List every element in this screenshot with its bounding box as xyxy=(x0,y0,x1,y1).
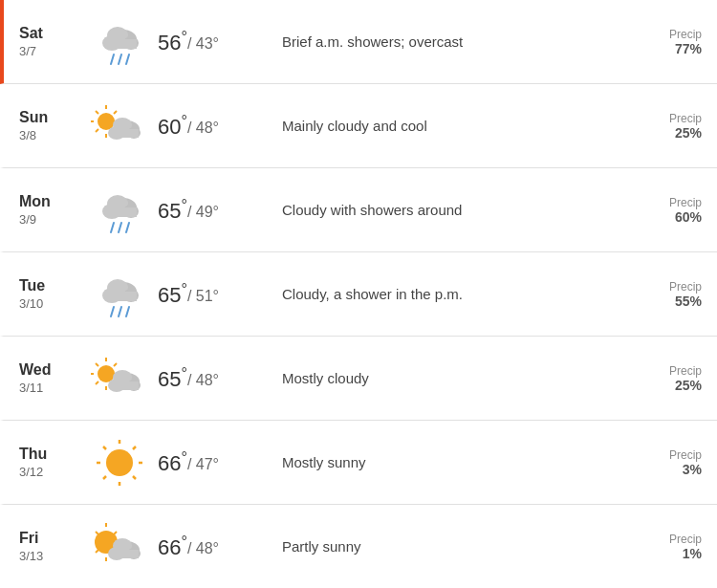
weather-row[interactable]: Sat 3/7 56°/ 43° Brief a.m. showers; ove… xyxy=(0,0,717,84)
svg-line-37 xyxy=(126,307,129,316)
weather-icon-col xyxy=(81,271,158,318)
weather-description: Mainly cloudy and cool xyxy=(272,118,625,134)
temp-high: 65° xyxy=(158,283,187,307)
svg-rect-34 xyxy=(108,292,137,301)
svg-line-6 xyxy=(119,54,121,64)
svg-line-16 xyxy=(96,129,98,132)
weather-icon xyxy=(91,186,148,234)
day-column: Sun 3/8 xyxy=(19,109,81,142)
weather-row[interactable]: Thu 3/12 66°/ 47° Mostly sunny Precip xyxy=(0,421,717,505)
day-column: Sat 3/7 xyxy=(19,25,81,58)
svg-line-60 xyxy=(103,476,106,479)
svg-line-7 xyxy=(126,54,129,64)
weather-icon-col xyxy=(81,102,158,150)
temperature-col: 60°/ 48° xyxy=(158,112,272,139)
weather-row[interactable]: Sun 3/8 60°/ 48° xyxy=(0,84,717,168)
weather-icon xyxy=(91,102,148,150)
precip-value: 77% xyxy=(625,41,702,56)
weather-description: Cloudy, a shower in the p.m. xyxy=(272,286,625,302)
svg-line-28 xyxy=(119,223,121,232)
precip-label: Precip xyxy=(625,533,702,546)
weather-icon-col xyxy=(81,355,158,403)
weather-description: Brief a.m. showers; overcast xyxy=(272,33,625,50)
temp-low: / 48° xyxy=(187,120,219,137)
temp-low: / 43° xyxy=(187,36,219,53)
temperature-col: 65°/ 51° xyxy=(158,280,272,307)
weather-icon xyxy=(91,18,148,66)
day-name: Tue xyxy=(19,277,81,294)
day-date: 3/11 xyxy=(19,381,81,395)
weather-icon xyxy=(91,355,148,403)
svg-line-69 xyxy=(96,550,98,553)
weather-row[interactable]: Wed 3/11 65°/ 48° xyxy=(0,337,717,421)
svg-line-68 xyxy=(114,532,117,534)
weather-row[interactable]: Fri 3/13 66°/ 48° xyxy=(0,505,717,588)
weather-icon xyxy=(91,523,148,571)
temp-low: / 48° xyxy=(187,373,219,389)
temp-low: / 48° xyxy=(187,541,219,557)
weather-description: Partly sunny xyxy=(272,538,625,555)
temp-high: 65° xyxy=(158,199,187,223)
svg-rect-26 xyxy=(108,207,137,217)
temp-high: 66° xyxy=(158,535,187,559)
svg-line-29 xyxy=(126,223,129,232)
svg-line-5 xyxy=(111,54,114,64)
svg-point-52 xyxy=(106,449,133,476)
day-column: Wed 3/11 xyxy=(19,361,81,395)
precip-value: 3% xyxy=(625,462,702,477)
temp-high: 56° xyxy=(158,31,187,54)
svg-line-66 xyxy=(96,532,98,534)
day-date: 3/12 xyxy=(19,465,81,479)
day-name: Fri xyxy=(19,530,81,547)
precip-value: 55% xyxy=(625,294,702,309)
day-date: 3/10 xyxy=(19,296,81,311)
precip-label: Precip xyxy=(625,112,702,125)
day-name: Mon xyxy=(19,193,81,210)
svg-line-13 xyxy=(96,111,98,114)
temp-high: 65° xyxy=(158,367,187,391)
precip-value: 60% xyxy=(625,209,702,225)
weather-row[interactable]: Tue 3/10 65°/ 51° Cloudy, a shower in th… xyxy=(0,252,717,337)
day-column: Fri 3/13 xyxy=(19,530,81,563)
svg-line-46 xyxy=(96,381,98,384)
weather-description: Mostly cloudy xyxy=(272,370,625,386)
precip-value: 25% xyxy=(625,378,702,393)
weather-icon-col xyxy=(81,523,158,571)
weather-icon-col xyxy=(81,186,158,234)
precipitation-col: Precip 3% xyxy=(625,448,702,477)
precip-label: Precip xyxy=(625,280,702,294)
temp-low: / 47° xyxy=(187,457,219,473)
precip-label: Precip xyxy=(625,196,702,209)
day-name: Thu xyxy=(19,446,81,463)
precipitation-col: Precip 60% xyxy=(625,196,702,225)
weather-icon xyxy=(91,271,148,318)
temp-low: / 51° xyxy=(187,289,219,305)
temperature-col: 65°/ 48° xyxy=(158,364,272,391)
precipitation-col: Precip 1% xyxy=(625,533,702,561)
precip-label: Precip xyxy=(625,28,702,41)
day-column: Mon 3/9 xyxy=(19,193,81,227)
day-column: Thu 3/12 xyxy=(19,446,81,479)
weather-description: Mostly sunny xyxy=(272,454,625,470)
weather-row[interactable]: Mon 3/9 65°/ 49° Cloudy with showers aro… xyxy=(0,168,717,252)
precipitation-col: Precip 25% xyxy=(625,364,702,393)
temperature-col: 65°/ 49° xyxy=(158,196,272,223)
temp-high: 60° xyxy=(158,115,187,139)
temp-high: 66° xyxy=(158,451,187,475)
svg-line-35 xyxy=(111,307,114,316)
weather-icon-col xyxy=(81,439,158,487)
precip-label: Precip xyxy=(625,448,702,462)
precip-value: 1% xyxy=(625,546,702,561)
day-name: Sun xyxy=(19,109,81,126)
svg-line-15 xyxy=(114,111,117,114)
precipitation-col: Precip 25% xyxy=(625,112,702,141)
weather-icon xyxy=(91,439,148,487)
day-date: 3/7 xyxy=(19,44,81,58)
precipitation-col: Precip 77% xyxy=(625,28,702,56)
day-name: Sat xyxy=(19,25,81,42)
day-date: 3/13 xyxy=(19,549,81,563)
day-column: Tue 3/10 xyxy=(19,277,81,311)
svg-line-43 xyxy=(96,363,98,366)
weather-forecast-list: Sat 3/7 56°/ 43° Brief a.m. showers; ove… xyxy=(0,0,717,588)
precip-label: Precip xyxy=(625,364,702,378)
